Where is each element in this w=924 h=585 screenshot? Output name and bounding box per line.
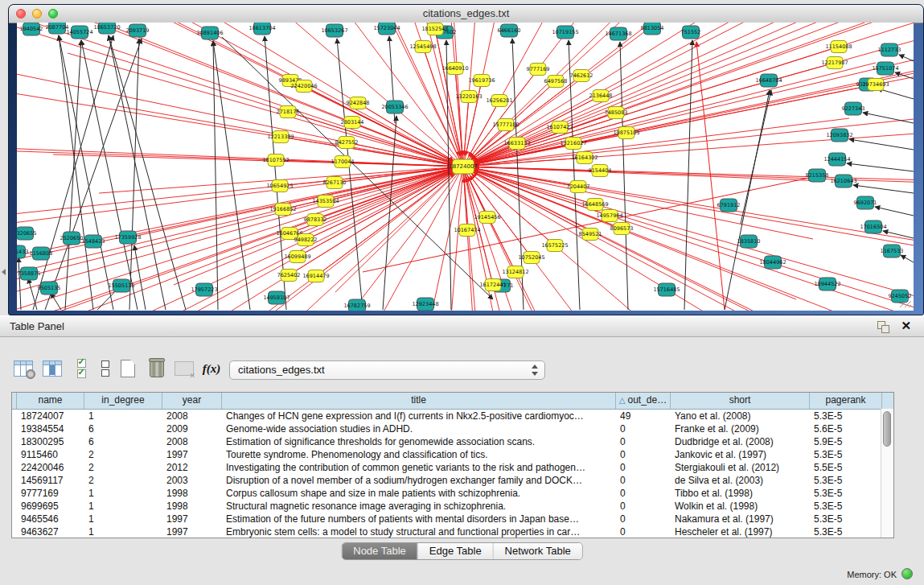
table-row[interactable]: 946554611997Estimation of the future num… <box>12 513 893 525</box>
graph-node[interactable]: 15716485 <box>653 283 680 296</box>
graph-node[interactable]: 2320655 <box>17 227 36 240</box>
graph-node[interactable]: 16256281 <box>486 95 512 107</box>
graph-node[interactable]: 10719155 <box>552 26 578 39</box>
graph-node[interactable]: 8267130 <box>323 177 347 189</box>
graph-node[interactable]: 11154088 <box>825 41 852 53</box>
graph-node[interactable]: 9242848 <box>347 97 370 109</box>
graph-node[interactable]: 19875105 <box>613 127 639 139</box>
table-row[interactable]: 977716911998Corpus callosum shape and si… <box>12 487 893 500</box>
graph-node[interactable]: 7358875 <box>18 267 41 280</box>
graph-node[interactable]: 12444154 <box>823 153 850 166</box>
graph-node[interactable]: 2520650 <box>60 232 84 245</box>
graph-node[interactable]: 6497568 <box>544 76 568 88</box>
graph-node[interactable]: 7462612 <box>570 70 593 82</box>
graph-node[interactable]: 1548423 <box>82 235 105 248</box>
column-header-out-de-[interactable]: △out_de… <box>616 393 671 409</box>
graph-node[interactable]: 14055724 <box>66 26 92 39</box>
graph-node[interactable]: 6791912 <box>717 199 741 212</box>
graph-node[interactable]: 1835810 <box>737 235 761 248</box>
trash-icon[interactable] <box>146 357 167 380</box>
graph-node[interactable]: 18107552 <box>262 154 289 167</box>
select-all-check-icon[interactable] <box>71 357 92 380</box>
graph-node[interactable]: 20053346 <box>381 101 408 113</box>
graph-node[interactable]: 6466160 <box>498 24 521 37</box>
graph-node[interactable]: 16640910 <box>441 63 468 75</box>
table-row[interactable]: 2242004622012Investigating the contribut… <box>12 461 893 474</box>
graph-node[interactable]: 16210643 <box>830 175 856 187</box>
table-row[interactable]: 1872400712008Changes of HCN gene express… <box>12 410 893 422</box>
tab-edge-table[interactable]: Edge Table <box>418 543 494 559</box>
rows-icon[interactable] <box>95 357 116 380</box>
tab-network-table[interactable]: Network Table <box>494 543 582 559</box>
float-panel-icon[interactable] <box>877 321 889 332</box>
graph-node[interactable]: 2136448 <box>589 90 613 102</box>
graph-node[interactable]: 10654925 <box>266 180 293 192</box>
graph-node[interactable]: 10752045 <box>518 252 544 264</box>
graph-node[interactable]: 13216027 <box>560 138 586 150</box>
graph-node[interactable]: 16099489 <box>284 251 310 263</box>
table-settings-icon[interactable] <box>13 357 34 380</box>
graph-node[interactable]: 16914479 <box>302 270 329 282</box>
graph-node[interactable]: 15723044 <box>373 23 400 35</box>
graph-node[interactable]: 9505135 <box>38 282 61 295</box>
graph-node[interactable]: 9777169 <box>527 64 550 76</box>
graph-node[interactable]: 9692071 <box>854 196 877 209</box>
graph-node[interactable]: 9154404 <box>589 165 612 177</box>
table-row[interactable]: 969969511998Structural magnetic resonanc… <box>12 500 893 513</box>
column-header-in-degree[interactable]: in_degree <box>84 393 162 409</box>
graph-node[interactable]: 13220163 <box>455 91 482 103</box>
table-row[interactable]: 946362711997Embryonic stem cells: a mode… <box>12 525 893 538</box>
graph-node[interactable]: 8813054 <box>641 23 664 35</box>
column-header-short[interactable]: short <box>671 393 810 409</box>
window-titlebar[interactable]: citations_edges.txt <box>9 5 923 23</box>
graph-node[interactable]: 1156808 <box>30 247 53 260</box>
graph-node[interactable]: 17016504 <box>860 220 886 233</box>
graph-node[interactable]: 7485083 <box>605 107 628 119</box>
graph-node[interactable]: 9227343 <box>842 102 865 115</box>
column-header-pagerank[interactable]: pagerank <box>810 393 882 409</box>
column-header-year[interactable]: year <box>162 393 222 409</box>
graph-node[interactable]: 1170044 <box>331 156 355 168</box>
graph-node[interactable]: 16782759 <box>343 299 370 311</box>
table-row[interactable]: 1938455462009Genome-wide association stu… <box>12 422 893 435</box>
graph-node[interactable]: 751552 <box>681 26 701 39</box>
graph-node[interactable]: 20891406 <box>196 27 223 39</box>
graph-hub-node[interactable]: 18724007 <box>449 159 478 174</box>
graph-node[interactable]: 1167533 <box>881 245 904 257</box>
graph-node[interactable]: 19145456 <box>474 212 500 224</box>
graph-node[interactable]: 2718176 <box>277 106 300 118</box>
graph-node[interactable]: 8215358 <box>806 169 829 182</box>
collapse-left-icon[interactable] <box>2 269 6 275</box>
graph-node[interactable]: 17957223 <box>191 283 217 296</box>
graph-node[interactable]: 16648569 <box>581 199 608 211</box>
function-builder-icon[interactable]: f(x) <box>201 357 222 380</box>
table-row[interactable]: 1830029562008Estimation of significance … <box>12 435 893 448</box>
graph-node[interactable]: 7204407 <box>567 181 590 193</box>
graph-node[interactable]: 9245052 <box>889 290 912 303</box>
graph-node[interactable]: 8427552 <box>335 137 359 149</box>
graph-node[interactable]: 12213389 <box>267 131 294 143</box>
graph-node[interactable]: 2087704 <box>46 23 69 34</box>
table-row[interactable]: 1456911722003Disruption of a novel membe… <box>12 474 893 487</box>
table-row[interactable]: 911546021997Tourette syndrome. Phenomeno… <box>12 448 893 461</box>
new-document-icon[interactable] <box>117 357 138 380</box>
graph-node[interactable]: 7625402 <box>277 270 301 282</box>
tab-node-table[interactable]: Node Table <box>342 543 418 559</box>
column-header-name[interactable]: name <box>17 393 84 409</box>
graph-node[interactable]: 19619736 <box>468 75 495 87</box>
column-chooser-icon[interactable] <box>42 357 63 380</box>
graph-node[interactable]: 1112733 <box>878 43 901 56</box>
graph-node[interactable]: 10653267 <box>321 24 347 37</box>
graph-node[interactable]: 16164302 <box>571 152 598 164</box>
collapsed-panel-strip[interactable] <box>0 0 8 315</box>
network-canvas[interactable]: 1940542208770414055724186537202093719208… <box>17 23 914 311</box>
table-scrollbar-thumb[interactable] <box>883 411 891 447</box>
graph-node[interactable]: 10944522 <box>814 278 840 290</box>
graph-node[interactable]: 17359928 <box>114 231 141 244</box>
graph-node[interactable]: 16107427 <box>546 122 573 134</box>
graph-node[interactable]: 9498222 <box>294 234 318 246</box>
graph-node[interactable]: 18613704 <box>248 23 275 35</box>
graph-node[interactable]: 18653720 <box>93 23 120 34</box>
graph-node[interactable]: 15751074 <box>872 62 898 75</box>
graph-node[interactable]: 13124812 <box>502 266 528 278</box>
